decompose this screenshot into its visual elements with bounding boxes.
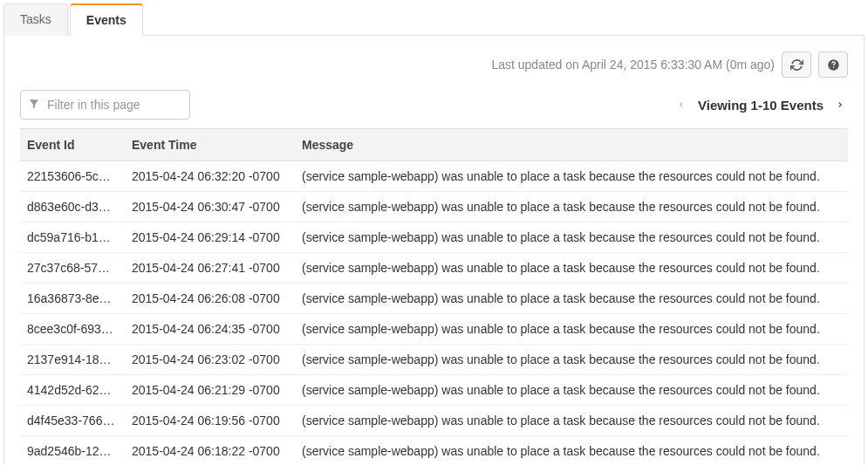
cell-message: (service sample-webapp) was unable to pl… bbox=[295, 406, 848, 436]
cell-event-time: 2015-04-24 06:19:56 -0700 bbox=[125, 406, 295, 436]
cell-event-time: 2015-04-24 06:21:29 -0700 bbox=[125, 375, 295, 406]
cell-message: (service sample-webapp) was unable to pl… bbox=[295, 314, 848, 345]
cell-event-time: 2015-04-24 06:26:08 -0700 bbox=[125, 284, 295, 314]
refresh-icon bbox=[790, 58, 803, 72]
cell-message: (service sample-webapp) was unable to pl… bbox=[295, 253, 848, 284]
cell-event-id: 9ad2546b-12… bbox=[20, 436, 125, 466]
table-row[interactable]: 16a36873-8e…2015-04-24 06:26:08 -0700(se… bbox=[20, 284, 848, 314]
cell-event-id: 2137e914-18… bbox=[20, 345, 125, 375]
cell-event-id: 27c37c68-57… bbox=[20, 253, 125, 284]
tab-events[interactable]: Events bbox=[70, 3, 143, 36]
table-row[interactable]: 22153606-5c…2015-04-24 06:32:20 -0700(se… bbox=[20, 161, 848, 192]
pager-next[interactable] bbox=[832, 99, 848, 111]
table-row[interactable]: d863e60c-d3…2015-04-24 06:30:47 -0700(se… bbox=[20, 192, 848, 222]
cell-message: (service sample-webapp) was unable to pl… bbox=[295, 161, 848, 192]
table-row[interactable]: 9ad2546b-12…2015-04-24 06:18:22 -0700(se… bbox=[20, 436, 848, 466]
cell-event-time: 2015-04-24 06:18:22 -0700 bbox=[125, 436, 295, 466]
th-event-time[interactable]: Event Time bbox=[125, 129, 295, 161]
last-updated-text: Last updated on April 24, 2015 6:33:30 A… bbox=[491, 58, 775, 72]
status-row: Last updated on April 24, 2015 6:33:30 A… bbox=[20, 51, 848, 78]
cell-event-time: 2015-04-24 06:23:02 -0700 bbox=[125, 345, 295, 375]
cell-message: (service sample-webapp) was unable to pl… bbox=[295, 345, 848, 375]
table-row[interactable]: 2137e914-18…2015-04-24 06:23:02 -0700(se… bbox=[20, 345, 848, 375]
question-icon bbox=[827, 58, 840, 72]
cell-event-id: 22153606-5c… bbox=[20, 161, 125, 192]
table-row[interactable]: 27c37c68-57…2015-04-24 06:27:41 -0700(se… bbox=[20, 253, 848, 284]
cell-message: (service sample-webapp) was unable to pl… bbox=[295, 436, 848, 466]
cell-event-id: 16a36873-8e… bbox=[20, 284, 125, 314]
cell-message: (service sample-webapp) was unable to pl… bbox=[295, 192, 848, 222]
table-row[interactable]: d4f45e33-766…2015-04-24 06:19:56 -0700(s… bbox=[20, 406, 848, 436]
events-table: Event Id Event Time Message 22153606-5c…… bbox=[20, 128, 848, 465]
help-button[interactable] bbox=[818, 51, 848, 78]
funnel-icon bbox=[28, 98, 40, 110]
cell-event-time: 2015-04-24 06:32:20 -0700 bbox=[125, 161, 295, 192]
table-row[interactable]: 8cee3c0f-693…2015-04-24 06:24:35 -0700(s… bbox=[20, 314, 848, 345]
cell-event-time: 2015-04-24 06:29:14 -0700 bbox=[125, 222, 295, 253]
table-row[interactable]: dc59a716-b1…2015-04-24 06:29:14 -0700(se… bbox=[20, 222, 848, 253]
cell-event-id: 4142d52d-62… bbox=[20, 375, 125, 406]
th-message[interactable]: Message bbox=[295, 129, 848, 161]
table-header-row: Event Id Event Time Message bbox=[20, 129, 848, 161]
cell-message: (service sample-webapp) was unable to pl… bbox=[295, 222, 848, 253]
cell-event-id: 8cee3c0f-693… bbox=[20, 314, 125, 345]
table-row[interactable]: 4142d52d-62…2015-04-24 06:21:29 -0700(se… bbox=[20, 375, 848, 406]
tab-bar: Tasks Events bbox=[3, 3, 865, 36]
cell-event-time: 2015-04-24 06:27:41 -0700 bbox=[125, 253, 295, 284]
filter-input[interactable] bbox=[20, 90, 190, 120]
filter-wrap bbox=[20, 90, 190, 120]
cell-event-id: dc59a716-b1… bbox=[20, 222, 125, 253]
cell-event-time: 2015-04-24 06:30:47 -0700 bbox=[125, 192, 295, 222]
events-panel: Last updated on April 24, 2015 6:33:30 A… bbox=[3, 36, 865, 465]
cell-message: (service sample-webapp) was unable to pl… bbox=[295, 284, 848, 314]
pager: Viewing 1-10 Events bbox=[673, 98, 848, 113]
pager-prev[interactable] bbox=[673, 99, 689, 111]
th-event-id[interactable]: Event Id bbox=[20, 129, 125, 161]
refresh-button[interactable] bbox=[782, 51, 811, 78]
table-body: 22153606-5c…2015-04-24 06:32:20 -0700(se… bbox=[20, 161, 848, 466]
filter-row: Viewing 1-10 Events bbox=[20, 90, 848, 120]
pager-label: Viewing 1-10 Events bbox=[698, 98, 824, 113]
cell-event-time: 2015-04-24 06:24:35 -0700 bbox=[125, 314, 295, 345]
cell-event-id: d4f45e33-766… bbox=[20, 406, 125, 436]
cell-message: (service sample-webapp) was unable to pl… bbox=[295, 375, 848, 406]
tab-tasks[interactable]: Tasks bbox=[3, 3, 68, 36]
cell-event-id: d863e60c-d3… bbox=[20, 192, 125, 222]
